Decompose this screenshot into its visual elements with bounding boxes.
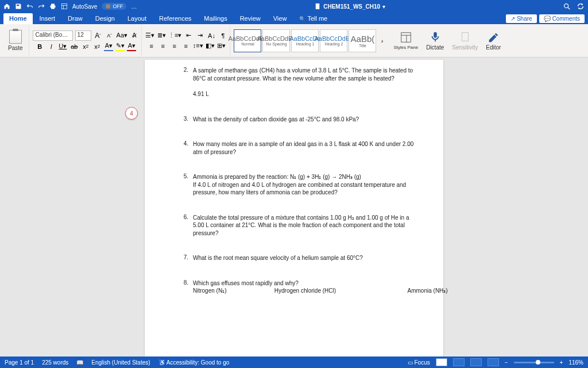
sensitivity-label: Sensitivity bbox=[452, 44, 478, 51]
font-name-select[interactable]: Calibri (Bo… bbox=[33, 30, 73, 41]
q2-body[interactable]: A sample of methane gas (CH4) has a volu… bbox=[193, 67, 420, 98]
styles-pane-label: Styles Pane bbox=[393, 45, 418, 50]
view-outline-button[interactable] bbox=[488, 358, 499, 366]
tab-view[interactable]: View bbox=[268, 13, 293, 24]
redo-icon[interactable] bbox=[38, 3, 45, 10]
print-icon[interactable] bbox=[49, 3, 56, 10]
paste-label: Paste bbox=[8, 45, 23, 51]
styles-more-button[interactable]: › bbox=[377, 36, 386, 45]
clear-format-button[interactable]: A̷ bbox=[130, 31, 139, 40]
style-nospacing[interactable]: AaBbCcDdEeNo Spacing bbox=[262, 29, 290, 52]
autosave-toggle[interactable]: OFF bbox=[102, 3, 126, 10]
outdent-button[interactable]: ⇤ bbox=[184, 31, 193, 40]
view-read-button[interactable] bbox=[436, 358, 447, 366]
chevron-down-icon[interactable]: ▾ bbox=[382, 3, 385, 10]
document-area[interactable]: 4 2.A sample of methane gas (CH4) has a … bbox=[0, 57, 588, 356]
save-icon[interactable] bbox=[15, 3, 22, 10]
tab-references[interactable]: References bbox=[153, 13, 197, 24]
tab-mailings[interactable]: Mailings bbox=[198, 13, 233, 24]
zoom-slider[interactable] bbox=[514, 362, 554, 363]
font-group: Calibri (Bo… 12 Aˆ Aˇ Aa▾ A̷ B I U▾ ab x… bbox=[30, 25, 142, 56]
page[interactable]: 4 2.A sample of methane gas (CH4) has a … bbox=[145, 60, 443, 356]
document-title[interactable]: CHEM151_WS_CH10 bbox=[323, 3, 380, 10]
q6-body[interactable]: Calculate the total pressure of a mixtur… bbox=[193, 214, 420, 237]
focus-mode[interactable]: ▭ Focus bbox=[408, 359, 430, 366]
template-icon[interactable] bbox=[61, 3, 68, 10]
borders-button[interactable]: ⊞▾ bbox=[217, 41, 226, 51]
highlight-button[interactable]: ✎▾ bbox=[115, 42, 125, 51]
more-icon[interactable]: … bbox=[131, 3, 137, 10]
justify-button[interactable]: ≡ bbox=[181, 41, 191, 51]
bullets-button[interactable]: ☰▾ bbox=[145, 31, 154, 40]
search-icon[interactable] bbox=[563, 2, 571, 10]
q3-body[interactable]: What is the density of carbon dioxide ga… bbox=[193, 116, 420, 124]
zoom-out-button[interactable]: − bbox=[505, 359, 508, 366]
font-size-select[interactable]: 12 bbox=[75, 30, 91, 41]
q-num: 7. bbox=[179, 254, 188, 262]
q-num: 2. bbox=[179, 67, 188, 98]
zoom-level[interactable]: 116% bbox=[568, 359, 583, 366]
align-center-button[interactable]: ≡ bbox=[158, 41, 168, 51]
svg-rect-0 bbox=[62, 4, 67, 9]
align-right-button[interactable]: ≡ bbox=[170, 41, 179, 51]
superscript-button[interactable]: x2 bbox=[92, 42, 102, 51]
comments-button[interactable]: 💬Comments bbox=[539, 14, 585, 23]
underline-button[interactable]: U▾ bbox=[58, 42, 67, 51]
ribbon: Paste Calibri (Bo… 12 Aˆ Aˇ Aa▾ A̷ B I U… bbox=[0, 24, 588, 57]
multilevel-button[interactable]: ⋮≡▾ bbox=[168, 31, 181, 40]
tab-draw[interactable]: Draw bbox=[62, 13, 88, 24]
grow-font-button[interactable]: Aˆ bbox=[94, 31, 103, 40]
shading-button[interactable]: ◧▾ bbox=[206, 41, 215, 51]
tab-design[interactable]: Design bbox=[90, 13, 121, 24]
numbering-button[interactable]: ≣▾ bbox=[157, 31, 166, 40]
status-page[interactable]: Page 1 of 1 bbox=[5, 359, 34, 366]
q8-body[interactable]: Which gas effuses most rapidly and why?N… bbox=[193, 279, 448, 295]
sort-button[interactable]: A↓ bbox=[207, 31, 216, 40]
text-effects-button[interactable]: A▾ bbox=[104, 42, 113, 51]
status-words[interactable]: 225 words bbox=[42, 359, 68, 366]
dictate-button[interactable]: Dictate bbox=[423, 30, 447, 51]
q8-choices: Nitrogen (N₂) Hydrogen chloride (HCl) Am… bbox=[193, 287, 448, 295]
indent-button[interactable]: ⇥ bbox=[195, 31, 204, 40]
show-marks-button[interactable]: ¶ bbox=[218, 31, 227, 40]
view-print-button[interactable] bbox=[453, 358, 465, 366]
style-title[interactable]: AaBb(Title bbox=[349, 29, 376, 52]
q2-answer: 4.91 L bbox=[193, 90, 420, 98]
strike-button[interactable]: ab bbox=[69, 42, 79, 51]
svg-rect-6 bbox=[462, 33, 468, 41]
change-case-button[interactable]: Aa▾ bbox=[117, 31, 127, 40]
view-web-button[interactable] bbox=[470, 358, 482, 366]
q4-body[interactable]: How many moles are in a sample of an ide… bbox=[193, 140, 420, 156]
q5-body[interactable]: Ammonia is prepared by the reaction: N₂ … bbox=[193, 173, 420, 197]
share-button[interactable]: ↗Share bbox=[506, 14, 537, 23]
subscript-button[interactable]: x2 bbox=[81, 42, 90, 51]
tab-review[interactable]: Review bbox=[234, 13, 266, 24]
undo-icon[interactable] bbox=[26, 3, 33, 10]
styles-pane-button[interactable]: Styles Pane bbox=[390, 31, 421, 50]
font-color-button[interactable]: A▾ bbox=[127, 42, 136, 51]
titlebar-right bbox=[563, 2, 585, 10]
shrink-font-button[interactable]: Aˇ bbox=[105, 31, 114, 40]
tab-layout[interactable]: Layout bbox=[122, 13, 152, 24]
status-accessibility[interactable]: ♿ Accessibility: Good to go bbox=[158, 359, 230, 366]
tab-tellme[interactable]: Tell me bbox=[293, 13, 333, 24]
italic-button[interactable]: I bbox=[47, 42, 56, 51]
style-heading2[interactable]: AaBbCcDdEeHeading 2 bbox=[320, 29, 347, 52]
home-icon[interactable] bbox=[3, 3, 10, 10]
q7-body[interactable]: What is the root mean square velocity of… bbox=[193, 254, 420, 262]
editor-button[interactable]: Editor bbox=[482, 30, 504, 51]
q-num: 3. bbox=[179, 116, 188, 124]
sensitivity-button[interactable]: Sensitivity bbox=[448, 30, 481, 51]
tab-insert[interactable]: Insert bbox=[34, 13, 61, 24]
align-left-button[interactable]: ≡ bbox=[147, 41, 156, 51]
status-language[interactable]: English (United States) bbox=[91, 359, 150, 366]
tab-home[interactable]: Home bbox=[3, 13, 33, 24]
sync-icon[interactable] bbox=[577, 2, 585, 10]
bold-button[interactable]: B bbox=[35, 42, 44, 51]
zoom-in-button[interactable]: + bbox=[560, 359, 563, 366]
status-spellcheck-icon[interactable]: 📖 bbox=[76, 359, 83, 366]
comment-badge[interactable]: 4 bbox=[125, 107, 138, 120]
paragraph-group: ☰▾ ≣▾ ⋮≡▾ ⇤ ⇥ A↓ ¶ ≡ ≡ ≡ ≡ ↕≡▾ ◧▾ ⊞▾ bbox=[143, 25, 230, 56]
paste-button[interactable]: Paste bbox=[5, 28, 26, 53]
line-spacing-button[interactable]: ↕≡▾ bbox=[193, 41, 203, 51]
